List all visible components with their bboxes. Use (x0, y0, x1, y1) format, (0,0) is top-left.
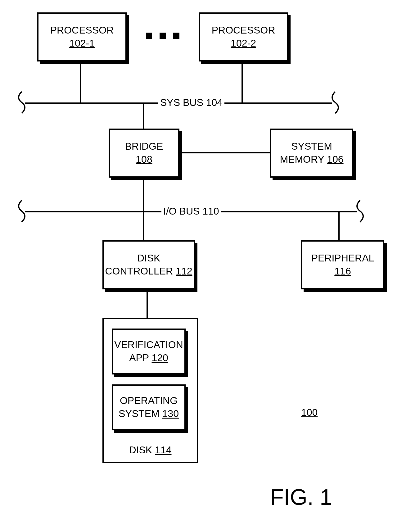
block-disk-ref: 114 (155, 444, 171, 456)
block-disk-label: DISK (129, 444, 152, 456)
bus-break-icon (352, 199, 368, 224)
connector (143, 104, 144, 129)
block-processor-2: PROCESSOR 102-2 (199, 12, 288, 61)
ellipsis-dots (146, 33, 179, 39)
block-system-memory-line1: SYSTEM (291, 140, 332, 153)
block-bridge-label: BRIDGE (125, 140, 163, 153)
block-peripheral-ref: 116 (334, 265, 351, 278)
bus-break-icon (14, 199, 29, 224)
connector (181, 152, 270, 153)
connector (242, 62, 243, 102)
block-peripheral-label: PERIPHERAL (311, 252, 374, 265)
block-disk-controller-line1: DISK (137, 252, 160, 265)
block-system-memory-ref: 106 (327, 154, 343, 165)
block-bridge: BRIDGE 108 (109, 129, 179, 178)
block-system-memory-line2: MEMORY 106 (280, 153, 343, 166)
block-disk-label-row: DISK 114 (104, 444, 197, 456)
block-processor-1: PROCESSOR 102-1 (37, 12, 127, 61)
block-verification-app-ref: 120 (151, 352, 168, 363)
block-verification-app-line1: VERIFICATION (114, 338, 183, 351)
block-verification-app-line2: APP 120 (129, 351, 168, 365)
diagram-canvas: PROCESSOR 102-1 PROCESSOR 102-2 SYS BUS … (0, 0, 420, 526)
dot (173, 33, 179, 39)
block-processor-1-ref: 102-1 (69, 37, 95, 50)
connector (338, 212, 340, 240)
connector (80, 62, 81, 102)
block-system-memory-line2-text: MEMORY (280, 154, 324, 165)
block-disk-controller-ref: 112 (176, 265, 192, 277)
block-disk-container: VERIFICATION APP 120 OPERATING SYSTEM 13… (102, 318, 198, 463)
connector (147, 290, 148, 318)
block-operating-system: OPERATING SYSTEM 130 (112, 384, 186, 430)
connector (143, 212, 144, 240)
block-verification-app-line2-text: APP (129, 352, 149, 363)
bus-break-icon (14, 90, 29, 115)
block-processor-1-label: PROCESSOR (50, 24, 114, 37)
block-system-memory: SYSTEM MEMORY 106 (270, 129, 353, 178)
figure-ref: 100 (301, 407, 318, 418)
block-disk-controller-line2-text: CONTROLLER (105, 265, 173, 277)
connector (143, 178, 144, 211)
block-disk-controller-line2: CONTROLLER 112 (105, 265, 192, 278)
block-bridge-ref: 108 (136, 153, 152, 166)
block-verification-app: VERIFICATION APP 120 (112, 329, 186, 374)
dot (160, 33, 166, 39)
block-processor-2-label: PROCESSOR (212, 24, 275, 37)
block-processor-2-ref: 102-2 (231, 37, 256, 50)
block-operating-system-line2: SYSTEM 130 (119, 407, 179, 420)
figure-caption: FIG. 1 (270, 484, 332, 510)
block-operating-system-ref: 130 (162, 408, 179, 419)
dot (146, 33, 152, 39)
block-operating-system-line1: OPERATING (120, 394, 178, 407)
block-peripheral: PERIPHERAL 116 (301, 240, 384, 289)
block-operating-system-line2-text: SYSTEM (119, 408, 160, 419)
io-bus-label: I/O BUS 110 (161, 206, 221, 217)
block-disk-controller: DISK CONTROLLER 112 (102, 240, 195, 289)
bus-break-icon (327, 90, 343, 115)
sys-bus-label: SYS BUS 104 (158, 97, 224, 108)
